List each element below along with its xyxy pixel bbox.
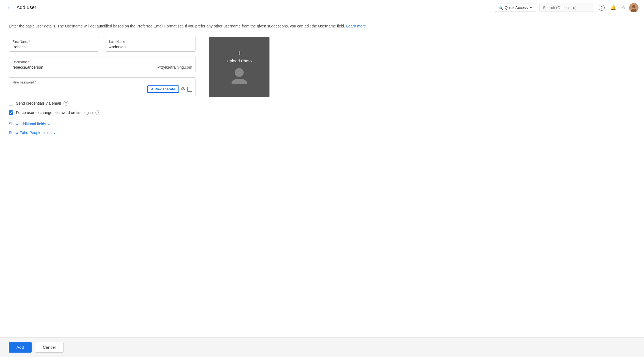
password-input[interactable]: [12, 87, 147, 91]
username-group: Username* @zylkertraining.com: [9, 57, 196, 72]
search-icon: 🔍: [498, 5, 503, 10]
auto-generate-button[interactable]: Auto-generate: [147, 85, 179, 93]
add-button[interactable]: Add: [9, 342, 32, 353]
chevron-down-icon: ▼: [529, 6, 532, 9]
first-name-label: First Name*: [12, 40, 30, 44]
send-credentials-checkbox[interactable]: [9, 101, 13, 105]
last-name-label: Last Name: [109, 40, 125, 44]
username-wrapper: Username* @zylkertraining.com: [9, 57, 196, 72]
first-name-group: First Name*: [9, 37, 99, 52]
first-name-input[interactable]: [12, 45, 95, 49]
header-left: ← Add user: [5, 3, 490, 12]
description-text: Enter the basic user details. The Userna…: [9, 23, 394, 29]
back-button[interactable]: ←: [5, 3, 13, 12]
header: ← Add user 🔍 Quick Access ▼ ? 🔔 ⌂: [0, 0, 644, 15]
header-right: 🔍 Quick Access ▼ ? 🔔 ⌂: [495, 3, 639, 12]
home-button[interactable]: ⌂: [621, 4, 626, 12]
password-label: New password*: [12, 80, 36, 84]
name-row: First Name* Last Name: [9, 37, 196, 52]
force-change-help-icon[interactable]: ?: [95, 110, 100, 115]
last-name-group: Last Name: [106, 37, 196, 52]
upload-photo-label: Upload Photo: [227, 58, 252, 63]
svg-point-4: [183, 88, 184, 89]
learn-more-link[interactable]: Learn more: [346, 24, 366, 28]
show-fields-section: Show additional fields ⌄ Show Zoho Peopl…: [9, 122, 196, 135]
person-silhouette-icon: [228, 68, 250, 85]
password-group: New password* Auto-generate: [9, 77, 196, 95]
page-title: Add user: [16, 5, 36, 10]
notifications-button[interactable]: 🔔: [609, 4, 617, 12]
password-icons: [181, 86, 192, 92]
last-name-input[interactable]: [109, 45, 192, 49]
show-password-icon[interactable]: [181, 86, 186, 92]
domain-suffix: @zylkertraining.com: [157, 65, 192, 69]
svg-point-6: [232, 79, 247, 84]
form-area: First Name* Last Name: [9, 37, 635, 139]
help-icon: ?: [599, 5, 605, 11]
home-icon: ⌂: [622, 5, 625, 10]
quick-access-button[interactable]: 🔍 Quick Access ▼: [495, 4, 536, 12]
quick-access-label: Quick Access: [505, 5, 528, 10]
password-row: New password* Auto-generate: [9, 77, 196, 95]
svg-point-1: [632, 5, 635, 8]
force-change-label[interactable]: Force user to change password on first l…: [16, 110, 93, 115]
form-fields: First Name* Last Name: [9, 37, 196, 139]
main-content: Enter the basic user details. The Userna…: [0, 15, 644, 337]
send-credentials-help-icon[interactable]: ?: [64, 101, 68, 106]
chevron-down-icon: ⌄: [48, 122, 50, 126]
send-credentials-row: Send credentials via email ?: [9, 101, 196, 106]
password-wrapper: New password* Auto-generate: [9, 77, 196, 95]
send-credentials-label[interactable]: Send credentials via email: [16, 101, 61, 105]
upload-photo-area[interactable]: + Upload Photo: [209, 37, 269, 97]
chevron-down-icon-2: ⌄: [53, 131, 56, 135]
username-label: Username*: [12, 60, 29, 64]
cancel-button[interactable]: Cancel: [35, 342, 64, 353]
svg-point-5: [235, 68, 244, 77]
plus-icon: +: [237, 49, 241, 57]
last-name-wrapper: Last Name: [106, 37, 196, 52]
bell-icon: 🔔: [610, 5, 616, 11]
avatar[interactable]: [629, 3, 639, 12]
username-row: Username* @zylkertraining.com: [9, 57, 196, 72]
force-change-row: Force user to change password on first l…: [9, 110, 196, 115]
force-change-checkbox[interactable]: [9, 110, 13, 115]
show-zoho-people-fields-link[interactable]: Show Zoho People fields ⌄: [9, 130, 196, 135]
show-additional-fields-link[interactable]: Show additional fields ⌄: [9, 122, 196, 126]
help-button[interactable]: ?: [598, 4, 606, 12]
first-name-wrapper: First Name*: [9, 37, 99, 52]
search-input[interactable]: [539, 4, 594, 12]
footer: Add Cancel: [0, 337, 644, 357]
username-input[interactable]: [12, 65, 157, 69]
copy-password-icon[interactable]: [187, 87, 192, 92]
